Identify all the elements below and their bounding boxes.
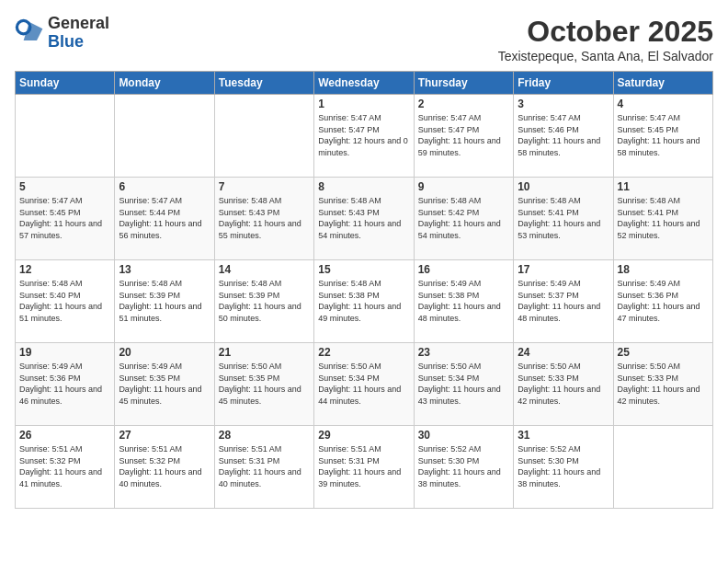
day-number: 26 [19,429,110,442]
day-info: Sunrise: 5:48 AMSunset: 5:43 PMDaylight:… [219,195,310,241]
day-number: 20 [119,346,210,359]
logo-general-text: General [48,15,109,33]
day-number: 21 [219,346,310,359]
day-info: Sunrise: 5:49 AMSunset: 5:36 PMDaylight:… [618,278,709,324]
logo-icon [15,18,44,48]
day-number: 3 [518,98,609,110]
calendar-row: 12Sunrise: 5:48 AMSunset: 5:40 PMDayligh… [16,260,713,343]
calendar-cell: 29Sunrise: 5:51 AMSunset: 5:31 PMDayligh… [314,426,414,509]
calendar-cell: 8Sunrise: 5:48 AMSunset: 5:43 PMDaylight… [314,178,414,260]
calendar-cell: 12Sunrise: 5:48 AMSunset: 5:40 PMDayligh… [16,260,115,343]
calendar-cell: 27Sunrise: 5:51 AMSunset: 5:32 PMDayligh… [115,426,214,509]
day-number: 30 [418,429,509,442]
calendar-cell [214,95,313,178]
day-info: Sunrise: 5:48 AMSunset: 5:38 PMDaylight:… [318,278,409,324]
day-number: 25 [618,346,709,359]
day-number: 22 [318,346,409,359]
weekday-header: Saturday [613,72,712,95]
calendar-cell: 28Sunrise: 5:51 AMSunset: 5:31 PMDayligh… [214,426,313,509]
day-info: Sunrise: 5:47 AMSunset: 5:45 PMDaylight:… [618,112,709,158]
calendar-cell: 2Sunrise: 5:47 AMSunset: 5:47 PMDaylight… [414,95,513,178]
weekday-header-row: SundayMondayTuesdayWednesdayThursdayFrid… [16,72,713,95]
calendar-cell: 22Sunrise: 5:50 AMSunset: 5:34 PMDayligh… [314,343,414,426]
calendar-cell: 18Sunrise: 5:49 AMSunset: 5:36 PMDayligh… [613,260,712,343]
weekday-header: Wednesday [314,72,414,95]
location: Texistepeque, Santa Ana, El Salvador [498,49,713,63]
day-number: 4 [618,98,709,110]
calendar-row: 1Sunrise: 5:47 AMSunset: 5:47 PMDaylight… [16,95,713,178]
day-number: 19 [19,346,110,359]
day-number: 10 [518,180,609,193]
day-number: 12 [19,263,110,276]
day-number: 15 [318,263,409,276]
calendar-cell: 10Sunrise: 5:48 AMSunset: 5:41 PMDayligh… [514,178,613,260]
day-info: Sunrise: 5:48 AMSunset: 5:39 PMDaylight:… [119,278,210,324]
day-info: Sunrise: 5:51 AMSunset: 5:32 PMDaylight:… [119,443,210,489]
logo-blue-text: Blue [48,33,109,52]
day-info: Sunrise: 5:50 AMSunset: 5:34 PMDaylight:… [418,361,509,407]
day-number: 11 [618,180,709,193]
day-info: Sunrise: 5:47 AMSunset: 5:46 PMDaylight:… [518,112,609,158]
day-info: Sunrise: 5:52 AMSunset: 5:30 PMDaylight:… [518,443,609,489]
day-info: Sunrise: 5:50 AMSunset: 5:33 PMDaylight:… [518,361,609,407]
weekday-header: Friday [514,72,613,95]
calendar-cell: 26Sunrise: 5:51 AMSunset: 5:32 PMDayligh… [16,426,115,509]
day-info: Sunrise: 5:49 AMSunset: 5:36 PMDaylight:… [19,361,110,407]
calendar-row: 5Sunrise: 5:47 AMSunset: 5:45 PMDaylight… [16,178,713,260]
day-info: Sunrise: 5:51 AMSunset: 5:31 PMDaylight:… [219,443,310,489]
calendar-cell: 7Sunrise: 5:48 AMSunset: 5:43 PMDaylight… [214,178,313,260]
month-title: October 2025 [498,15,713,49]
day-info: Sunrise: 5:49 AMSunset: 5:35 PMDaylight:… [119,361,210,407]
calendar-cell: 30Sunrise: 5:52 AMSunset: 5:30 PMDayligh… [414,426,513,509]
weekday-header: Thursday [414,72,513,95]
day-info: Sunrise: 5:47 AMSunset: 5:45 PMDaylight:… [19,195,110,241]
calendar-cell: 21Sunrise: 5:50 AMSunset: 5:35 PMDayligh… [214,343,313,426]
day-number: 27 [119,429,210,442]
day-number: 6 [119,180,210,193]
day-number: 8 [318,180,409,193]
weekday-header: Sunday [16,72,115,95]
day-info: Sunrise: 5:50 AMSunset: 5:34 PMDaylight:… [318,361,409,407]
calendar-row: 19Sunrise: 5:49 AMSunset: 5:36 PMDayligh… [16,343,713,426]
calendar-cell: 31Sunrise: 5:52 AMSunset: 5:30 PMDayligh… [514,426,613,509]
day-number: 18 [618,263,709,276]
day-info: Sunrise: 5:48 AMSunset: 5:41 PMDaylight:… [618,195,709,241]
day-info: Sunrise: 5:50 AMSunset: 5:33 PMDaylight:… [618,361,709,407]
day-info: Sunrise: 5:48 AMSunset: 5:43 PMDaylight:… [318,195,409,241]
calendar-cell: 3Sunrise: 5:47 AMSunset: 5:46 PMDaylight… [514,95,613,178]
weekday-header: Monday [115,72,214,95]
day-number: 9 [418,180,509,193]
day-info: Sunrise: 5:48 AMSunset: 5:42 PMDaylight:… [418,195,509,241]
day-number: 16 [418,263,509,276]
day-info: Sunrise: 5:48 AMSunset: 5:41 PMDaylight:… [518,195,609,241]
calendar-cell: 4Sunrise: 5:47 AMSunset: 5:45 PMDaylight… [613,95,712,178]
calendar-cell: 11Sunrise: 5:48 AMSunset: 5:41 PMDayligh… [613,178,712,260]
day-info: Sunrise: 5:49 AMSunset: 5:38 PMDaylight:… [418,278,509,324]
day-number: 2 [418,98,509,110]
day-number: 1 [318,98,409,110]
weekday-header: Tuesday [214,72,313,95]
calendar-cell: 9Sunrise: 5:48 AMSunset: 5:42 PMDaylight… [414,178,513,260]
day-number: 31 [518,429,609,442]
calendar-cell: 1Sunrise: 5:47 AMSunset: 5:47 PMDaylight… [314,95,414,178]
calendar-row: 26Sunrise: 5:51 AMSunset: 5:32 PMDayligh… [16,426,713,509]
day-info: Sunrise: 5:48 AMSunset: 5:39 PMDaylight:… [219,278,310,324]
day-number: 13 [119,263,210,276]
page-header: General Blue October 2025 Texistepeque, … [15,15,713,63]
day-info: Sunrise: 5:47 AMSunset: 5:47 PMDaylight:… [318,112,409,158]
calendar-cell: 14Sunrise: 5:48 AMSunset: 5:39 PMDayligh… [214,260,313,343]
calendar-cell: 6Sunrise: 5:47 AMSunset: 5:44 PMDaylight… [115,178,214,260]
title-block: October 2025 Texistepeque, Santa Ana, El… [498,15,713,63]
day-info: Sunrise: 5:51 AMSunset: 5:31 PMDaylight:… [318,443,409,489]
calendar-cell: 13Sunrise: 5:48 AMSunset: 5:39 PMDayligh… [115,260,214,343]
calendar-cell [16,95,115,178]
day-number: 17 [518,263,609,276]
day-info: Sunrise: 5:49 AMSunset: 5:37 PMDaylight:… [518,278,609,324]
calendar-cell: 20Sunrise: 5:49 AMSunset: 5:35 PMDayligh… [115,343,214,426]
day-number: 28 [219,429,310,442]
day-info: Sunrise: 5:47 AMSunset: 5:44 PMDaylight:… [119,195,210,241]
calendar-cell: 23Sunrise: 5:50 AMSunset: 5:34 PMDayligh… [414,343,513,426]
calendar-cell: 24Sunrise: 5:50 AMSunset: 5:33 PMDayligh… [514,343,613,426]
calendar-table: SundayMondayTuesdayWednesdayThursdayFrid… [15,71,713,509]
calendar-cell: 25Sunrise: 5:50 AMSunset: 5:33 PMDayligh… [613,343,712,426]
